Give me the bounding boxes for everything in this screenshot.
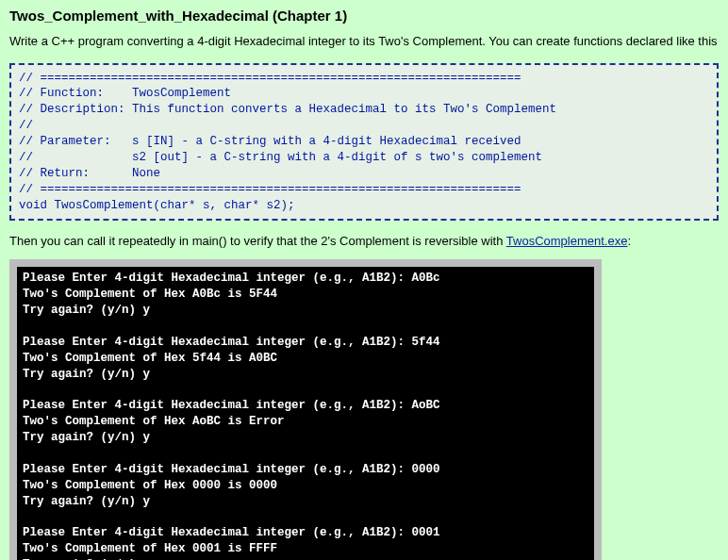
then-paragraph: Then you can call it repeatedly in main(… — [9, 234, 719, 248]
intro-text: Write a C++ program converting a 4-digit… — [9, 33, 719, 50]
then-text-before: Then you can call it repeatedly in main(… — [9, 234, 506, 248]
then-text-after: : — [627, 234, 631, 248]
page-title: Twos_Complement_with_Hexadecimal (Chapte… — [9, 8, 719, 24]
terminal-frame: Please Enter 4-digit Hexadecimal integer… — [9, 259, 602, 560]
terminal-output: Please Enter 4-digit Hexadecimal integer… — [17, 267, 594, 560]
code-declaration-box: // =====================================… — [9, 63, 719, 222]
twoscomplement-exe-link[interactable]: TwosComplement.exe — [506, 234, 628, 248]
